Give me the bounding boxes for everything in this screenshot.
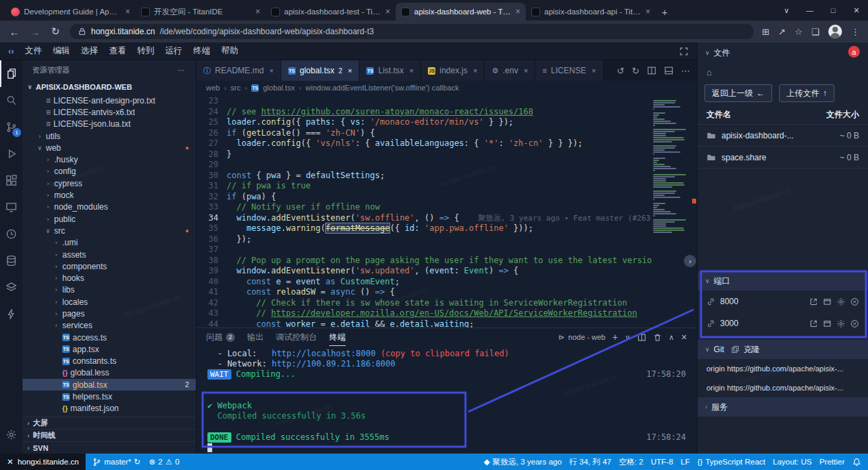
terminal-shell-selector[interactable]: ⊳node - web bbox=[559, 333, 606, 342]
git-branch-indicator[interactable]: master*↻ bbox=[92, 457, 140, 467]
tree-item[interactable]: {}global.less bbox=[23, 367, 196, 379]
trash-icon[interactable] bbox=[653, 333, 662, 342]
port-row[interactable]: 8000 bbox=[698, 290, 868, 312]
browser-tab[interactable]: apisix-dashboard-web - Titan× bbox=[396, 3, 526, 21]
explorer-icon[interactable] bbox=[0, 60, 23, 87]
terminal-output[interactable]: - Local: http://localhost:8000 (copy to … bbox=[196, 346, 697, 454]
editor-tab[interactable]: ⓘREADME.md× bbox=[196, 60, 281, 81]
stop-port-icon[interactable] bbox=[850, 297, 859, 306]
remote-file-row[interactable]: apisix-dashboard-...~ 0 B bbox=[698, 125, 868, 147]
editor-tab[interactable]: JSindex.js× bbox=[421, 60, 485, 81]
go-up-button[interactable]: 返回上一级← bbox=[704, 84, 772, 102]
window-minimize-button[interactable]: — bbox=[798, 0, 821, 21]
code-editor[interactable]: 2324252627282930313233343536373839404142… bbox=[196, 95, 697, 327]
breadcrumb-item[interactable]: web bbox=[206, 84, 220, 92]
tree-item[interactable]: ›utils bbox=[23, 130, 196, 142]
history-icon[interactable] bbox=[0, 221, 23, 247]
notification-badge[interactable]: a bbox=[848, 46, 860, 58]
status-item[interactable]: Layout: US bbox=[773, 458, 812, 466]
terminal-dropdown-icon[interactable]: ∨ bbox=[625, 333, 630, 342]
open-external-icon[interactable] bbox=[809, 297, 818, 306]
browser-tab[interactable]: Development Guide | Apache× bbox=[5, 3, 136, 21]
tree-item[interactable]: ›mock bbox=[23, 189, 196, 201]
overview-ruler[interactable] bbox=[691, 96, 697, 327]
tab-close-icon[interactable]: × bbox=[348, 66, 352, 75]
database-icon[interactable] bbox=[0, 247, 23, 274]
tree-item[interactable]: TSconstants.ts bbox=[23, 356, 196, 367]
profile-avatar[interactable] bbox=[828, 25, 842, 38]
tab-search-chevron-icon[interactable]: ∨ bbox=[775, 0, 798, 21]
tree-item[interactable]: ›node_modules bbox=[23, 201, 196, 213]
tree-item[interactable]: ›locales bbox=[23, 296, 196, 308]
nav-forward-icon[interactable]: ↻ bbox=[632, 66, 639, 76]
tab-close-icon[interactable]: × bbox=[255, 7, 260, 16]
tree-item[interactable]: TShelpers.tsx bbox=[23, 391, 196, 402]
tab-close-icon[interactable]: × bbox=[125, 7, 130, 16]
tree-item[interactable]: TSapp.tsx bbox=[23, 343, 196, 355]
sidebar-section-时间线[interactable]: ›时间线 bbox=[23, 429, 196, 441]
ports-section-header[interactable]: ∨端口 bbox=[698, 271, 868, 290]
project-root[interactable]: ∨APISIX-DASHBOARD-WEB bbox=[23, 79, 196, 95]
new-tab-button[interactable]: + bbox=[656, 3, 674, 21]
breadcrumb-item[interactable]: global.tsx bbox=[263, 84, 294, 92]
tree-item[interactable]: ∨web● bbox=[23, 142, 196, 153]
status-item[interactable]: LF bbox=[680, 458, 689, 466]
menu-帮助[interactable]: 帮助 bbox=[221, 45, 238, 57]
tree-item[interactable]: TSglobal.tsx2 bbox=[23, 379, 196, 391]
fullscreen-icon[interactable] bbox=[679, 47, 689, 56]
tree-item[interactable]: ›services bbox=[23, 320, 196, 332]
tab-close-icon[interactable]: × bbox=[473, 66, 477, 75]
refresh-icon[interactable]: ↻ bbox=[49, 25, 62, 38]
port-settings-icon[interactable] bbox=[837, 319, 845, 328]
editor-tab[interactable]: ≡LICENSE× bbox=[535, 60, 603, 81]
status-item[interactable]: UTF-8 bbox=[651, 458, 674, 466]
tree-item[interactable]: ›libs bbox=[23, 284, 196, 296]
home-icon[interactable]: ⌂ bbox=[706, 67, 712, 77]
tab-close-icon[interactable]: × bbox=[269, 66, 273, 75]
status-item[interactable]: {}TypeScript React bbox=[698, 458, 765, 466]
minimap[interactable] bbox=[652, 96, 691, 327]
tab-close-icon[interactable]: × bbox=[385, 7, 390, 16]
problems-indicator[interactable]: ⊗2⚠0 bbox=[149, 457, 179, 467]
tree-item[interactable]: ›.umi bbox=[23, 237, 196, 249]
menu-编辑[interactable]: 编辑 bbox=[53, 45, 70, 57]
breadcrumb-item[interactable]: src bbox=[231, 84, 241, 92]
tab-close-icon[interactable]: × bbox=[591, 66, 596, 75]
editor-tab[interactable]: TSglobal.tsx2× bbox=[281, 60, 360, 81]
tab-close-icon[interactable]: × bbox=[646, 7, 650, 16]
panel-tab-调试控制台[interactable]: 调试控制台 bbox=[276, 328, 317, 346]
status-item[interactable]: 空格: 2 bbox=[619, 457, 643, 467]
tree-item[interactable]: ≡LICENSE-antvis-x6.txt bbox=[23, 106, 196, 118]
upload-button[interactable]: 上传文件↑ bbox=[779, 84, 834, 102]
nav-back-icon[interactable]: ↺ bbox=[617, 66, 624, 76]
split-editor-icon[interactable] bbox=[647, 66, 656, 75]
window-close-button[interactable]: ✕ bbox=[845, 0, 868, 21]
back-icon[interactable]: ← bbox=[8, 26, 21, 38]
run-debug-icon[interactable] bbox=[0, 140, 23, 167]
menu-终端[interactable]: 终端 bbox=[193, 45, 210, 57]
bookmark-star-icon[interactable]: ☆ bbox=[795, 27, 803, 37]
panel-tab-问题[interactable]: 问题2 bbox=[206, 328, 235, 346]
menu-查看[interactable]: 查看 bbox=[109, 45, 126, 57]
editor-tab[interactable]: TSList.tsx× bbox=[359, 60, 421, 81]
browser-tab[interactable]: apisix-dashboard-api - TitanID× bbox=[526, 3, 656, 21]
tree-item[interactable]: {}manifest.json bbox=[23, 403, 196, 415]
tree-item[interactable]: ›components bbox=[23, 260, 196, 272]
tree-item[interactable]: ›config bbox=[23, 166, 196, 177]
port-settings-icon[interactable] bbox=[837, 297, 845, 306]
new-terminal-icon[interactable]: + bbox=[612, 332, 617, 343]
tree-item[interactable]: ›pages bbox=[23, 308, 196, 319]
maximize-panel-icon[interactable]: ∧ bbox=[669, 333, 674, 342]
status-item[interactable]: 行 34, 列 47 bbox=[570, 457, 611, 467]
sidebar-section-大屏[interactable]: ›大屏 bbox=[23, 417, 196, 429]
tab-close-icon[interactable]: × bbox=[409, 66, 413, 75]
side-panel-icon[interactable]: ❏ bbox=[811, 27, 819, 37]
files-section-header[interactable]: ∨文件 bbox=[698, 42, 868, 63]
stop-port-icon[interactable] bbox=[850, 319, 859, 328]
browser-menu-icon[interactable]: ⋮ bbox=[851, 27, 860, 37]
status-item[interactable]: ◆聚致远, 3 years ago bbox=[484, 457, 562, 467]
tree-item[interactable]: ›public bbox=[23, 213, 196, 225]
panel-tab-输出[interactable]: 输出 bbox=[247, 328, 264, 346]
window-maximize-button[interactable]: □ bbox=[821, 0, 845, 21]
menu-运行[interactable]: 运行 bbox=[165, 45, 182, 57]
